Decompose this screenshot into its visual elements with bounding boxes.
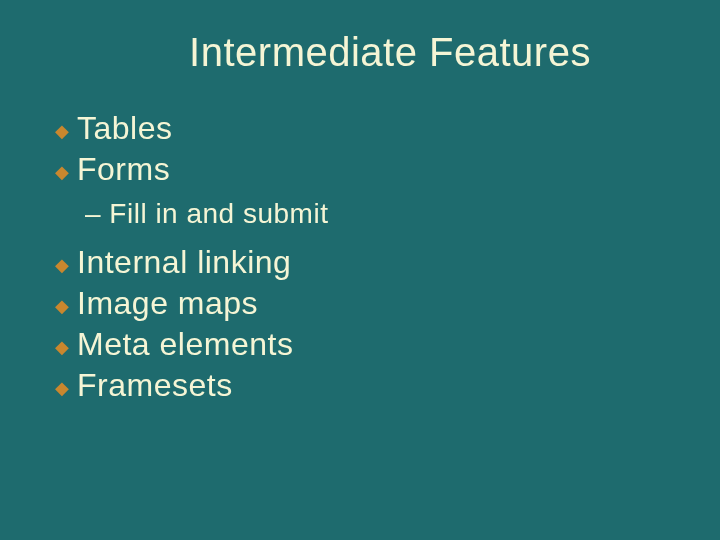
bullet-label: Meta elements xyxy=(77,326,293,363)
bullet-label: Tables xyxy=(77,110,173,147)
list-item: ◆ Image maps xyxy=(55,285,720,322)
bullet-label: Image maps xyxy=(77,285,258,322)
list-item: ◆ Forms xyxy=(55,151,720,188)
bullet-icon: ◆ xyxy=(55,254,69,276)
bullet-label: Forms xyxy=(77,151,170,188)
slide-content: ◆ Tables ◆ Forms – Fill in and submit ◆ … xyxy=(55,110,720,404)
bullet-icon: ◆ xyxy=(55,161,69,183)
list-item: ◆ Internal linking xyxy=(55,244,720,281)
bullet-icon: ◆ xyxy=(55,295,69,317)
slide-title: Intermediate Features xyxy=(60,30,720,75)
list-item: ◆ Meta elements xyxy=(55,326,720,363)
list-item: ◆ Tables xyxy=(55,110,720,147)
sub-list-item: – Fill in and submit xyxy=(85,198,720,230)
list-item: ◆ Framesets xyxy=(55,367,720,404)
bullet-icon: ◆ xyxy=(55,336,69,358)
bullet-icon: ◆ xyxy=(55,120,69,142)
bullet-label: Internal linking xyxy=(77,244,291,281)
bullet-icon: ◆ xyxy=(55,377,69,399)
bullet-label: Framesets xyxy=(77,367,233,404)
